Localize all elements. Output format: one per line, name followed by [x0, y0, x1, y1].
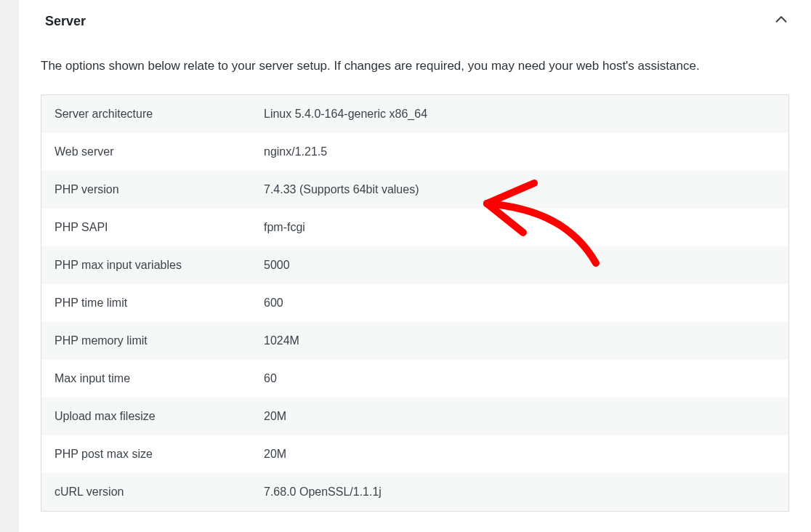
row-label: Web server [41, 134, 264, 169]
table-row: Upload max filesize 20M [41, 398, 788, 435]
row-label: PHP memory limit [41, 323, 264, 358]
row-value: 20M [264, 437, 788, 472]
row-value: fpm-fcgi [264, 210, 788, 245]
row-label: Upload max filesize [41, 399, 264, 434]
row-label: PHP time limit [41, 286, 264, 321]
server-info-table: Server architecture Linux 5.4.0-164-gene… [41, 94, 789, 512]
table-row: Max input time 60 [41, 360, 788, 398]
table-row: Server architecture Linux 5.4.0-164-gene… [41, 95, 788, 133]
table-row: Web server nginx/1.21.5 [41, 133, 788, 171]
row-label: PHP version [41, 172, 264, 207]
row-value: 1024M [264, 323, 788, 358]
row-value: 60 [264, 361, 788, 396]
panel-body: The options shown below relate to your s… [19, 57, 811, 512]
table-row: cURL version 7.68.0 OpenSSL/1.1.1j [41, 473, 788, 511]
row-value: 600 [264, 286, 788, 321]
table-row: PHP time limit 600 [41, 284, 788, 322]
row-value: nginx/1.21.5 [264, 134, 788, 169]
table-row: PHP version 7.4.33 (Supports 64bit value… [41, 171, 788, 209]
row-label: PHP post max size [41, 437, 264, 472]
row-value: 20M [264, 399, 788, 434]
row-value: 7.68.0 OpenSSL/1.1.1j [264, 475, 788, 509]
row-value: 7.4.33 (Supports 64bit values) [264, 172, 788, 207]
chevron-up-icon [773, 12, 789, 31]
panel-header-toggle[interactable]: Server [19, 0, 811, 57]
row-value: Linux 5.4.0-164-generic x86_64 [264, 97, 788, 132]
row-label: cURL version [41, 475, 264, 509]
panel-description: The options shown below relate to your s… [41, 57, 789, 76]
table-row: PHP SAPI fpm-fcgi [41, 209, 788, 246]
row-label: PHP SAPI [41, 210, 264, 245]
server-panel: Server The options shown below relate to… [19, 0, 811, 532]
row-value: 5000 [264, 248, 788, 283]
row-label: PHP max input variables [41, 248, 264, 283]
row-label: Server architecture [41, 97, 264, 132]
table-row: PHP post max size 20M [41, 435, 788, 473]
side-gutter [0, 0, 19, 532]
table-row: PHP max input variables 5000 [41, 246, 788, 284]
row-label: Max input time [41, 361, 264, 396]
table-row: PHP memory limit 1024M [41, 322, 788, 360]
panel-title: Server [45, 14, 86, 29]
